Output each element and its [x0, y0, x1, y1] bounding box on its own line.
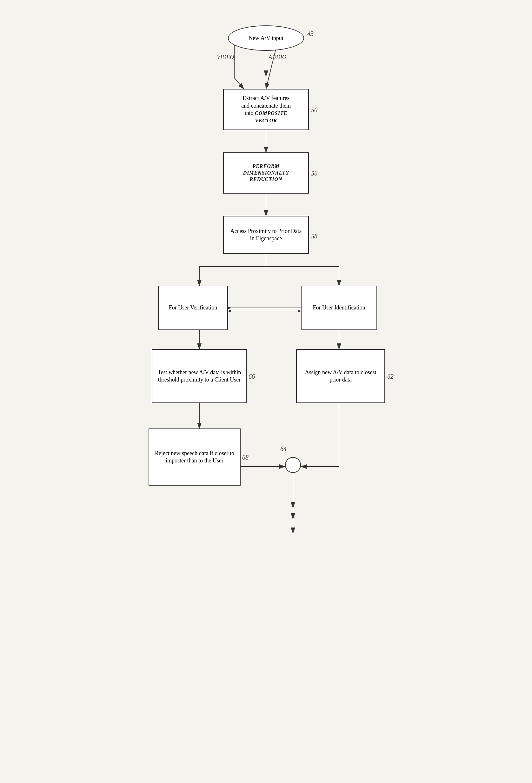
access-node: Access Proximity to Prior Data in Eigens…	[223, 216, 309, 254]
identification-label: For User Identification	[313, 304, 365, 311]
svg-marker-29	[298, 309, 301, 313]
ref-68: 68	[242, 454, 249, 461]
extract-label: Extract A/V featuresand concatenate them…	[241, 95, 291, 124]
ref-56: 56	[311, 170, 317, 177]
ref-62: 62	[387, 373, 394, 380]
extract-node: Extract A/V featuresand concatenate them…	[223, 89, 309, 130]
video-label: VIDEO	[217, 54, 234, 61]
svg-line-5	[234, 78, 244, 89]
ref-66: 66	[249, 373, 255, 380]
merge-node	[285, 457, 301, 473]
start-label: New A/V input	[249, 35, 283, 41]
access-label: Access Proximity to Prior Data in Eigens…	[228, 227, 304, 243]
perform-label: PerformDimensionaltyReduction	[243, 163, 289, 183]
perform-node: PerformDimensionaltyReduction	[223, 152, 309, 194]
svg-marker-30	[228, 309, 231, 313]
ref-64: 64	[280, 445, 287, 452]
test-node: Test whether new A/V data is within thre…	[152, 349, 247, 403]
identification-node: For User Identification	[301, 286, 377, 330]
ref-50: 50	[311, 106, 317, 114]
test-label: Test whether new A/V data is within thre…	[157, 369, 242, 384]
ref-43: 43	[307, 30, 314, 37]
ref-58: 58	[311, 233, 317, 240]
verification-label: For User Verification	[169, 304, 217, 311]
assign-label: Assign new A/V data to closest prior dat…	[301, 369, 380, 384]
reject-node: Reject new speech data if closer to impo…	[149, 429, 241, 486]
audio-label: AUDIO	[269, 54, 286, 61]
flowchart-container: New A/V input 43 VIDEO AUDIO Extract A/V…	[123, 13, 409, 743]
verification-node: For User Verification	[158, 286, 228, 330]
start-node: New A/V input	[228, 25, 304, 51]
assign-node: Assign new A/V data to closest prior dat…	[296, 349, 385, 403]
reject-label: Reject new speech data if closer to impo…	[154, 450, 236, 465]
